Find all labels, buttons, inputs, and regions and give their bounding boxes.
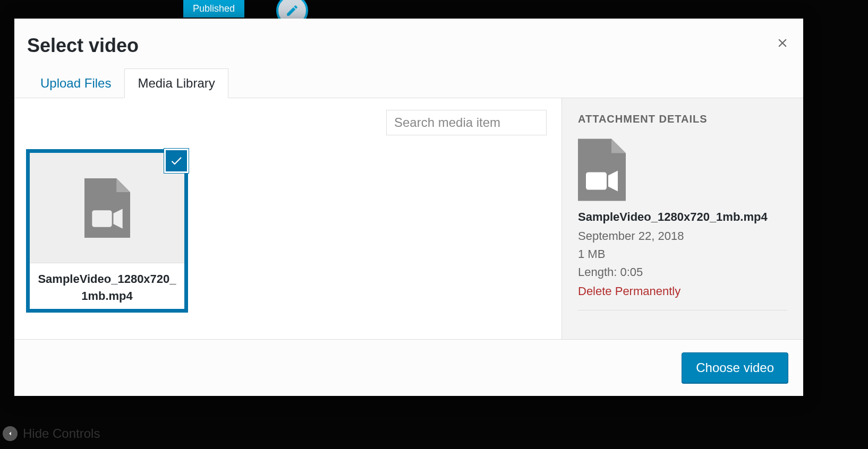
video-file-icon [578, 138, 626, 202]
tab-upload-files[interactable]: Upload Files [27, 68, 124, 98]
svg-rect-0 [92, 210, 112, 227]
attachment-length: Length: 0:05 [578, 263, 787, 281]
close-icon [776, 36, 789, 50]
select-video-modal: Select video Upload Files Media Library [14, 19, 803, 396]
media-item[interactable]: SampleVideo_1280x720_1mb.mp4 [26, 149, 188, 313]
chevron-left-icon [3, 426, 18, 441]
sidebar-heading: ATTACHMENT DETAILS [578, 113, 787, 125]
hide-controls-label: Hide Controls [23, 426, 100, 441]
attachment-details-sidebar: ATTACHMENT DETAILS SampleVideo_1280x720_… [561, 98, 803, 339]
svg-rect-1 [586, 172, 607, 190]
video-file-icon [84, 176, 130, 240]
close-button[interactable] [776, 36, 789, 53]
media-item-filename: SampleVideo_1280x720_1mb.mp4 [30, 263, 184, 312]
published-badge: Published [183, 0, 244, 18]
attachment-thumbnail [578, 138, 626, 202]
search-wrap [386, 110, 547, 135]
modal-body: SampleVideo_1280x720_1mb.mp4 ATTACHMENT … [14, 98, 803, 339]
attachment-filename: SampleVideo_1280x720_1mb.mp4 [578, 210, 787, 224]
check-icon [169, 154, 183, 168]
attachment-size: 1 MB [578, 245, 787, 263]
selected-check-badge[interactable] [164, 149, 189, 173]
hide-controls[interactable]: Hide Controls [0, 426, 100, 441]
sidebar-divider [578, 310, 787, 310]
tabs: Upload Files Media Library [27, 68, 790, 98]
search-input[interactable] [386, 110, 547, 135]
media-grid: SampleVideo_1280x720_1mb.mp4 [26, 149, 561, 313]
delete-permanently-link[interactable]: Delete Permanently [578, 284, 787, 298]
choose-video-button[interactable]: Choose video [682, 352, 788, 383]
modal-title: Select video [27, 34, 790, 57]
tab-media-library[interactable]: Media Library [124, 68, 228, 98]
media-thumbnail [30, 153, 184, 263]
attachment-date: September 22, 2018 [578, 227, 787, 245]
modal-footer: Choose video [14, 339, 803, 396]
media-area: SampleVideo_1280x720_1mb.mp4 [14, 98, 561, 339]
modal-header: Select video Upload Files Media Library [14, 19, 803, 98]
